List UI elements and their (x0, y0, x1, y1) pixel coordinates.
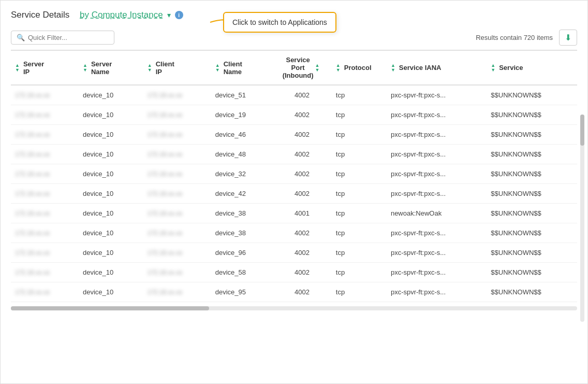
cell-service: $$UNKNOWN$$ (487, 164, 577, 184)
page-title-static: Service Details (11, 10, 69, 20)
cell-client_ip: 172.16.xx.xx (143, 85, 211, 105)
table-row: 172.16.xx.xxdevice_10172.16.xx.xxdevice_… (11, 223, 577, 243)
table-row: 172.16.xx.xxdevice_10172.16.xx.xxdevice_… (11, 125, 577, 145)
cell-service_iana: pxc-spvr-ft:pxc-s... (387, 263, 487, 282)
search-box[interactable]: 🔍 (11, 31, 114, 45)
cell-client_ip: 172.16.xx.xx (143, 105, 211, 125)
data-table: ▲▼ ServerIP ▲▼ ServerName ▲▼ Clien (11, 50, 577, 302)
sort-icon-protocol: ▲▼ (336, 63, 341, 73)
table-row: 172.16.xx.xxdevice_10172.16.xx.xxdevice_… (11, 145, 577, 164)
cell-protocol: tcp (332, 164, 387, 184)
cell-service_iana: pxc-spvr-ft:pxc-s... (387, 105, 487, 125)
cell-service_iana: pxc-spvr-ft:pxc-s... (387, 243, 487, 263)
vertical-scrollbar-thumb[interactable] (580, 115, 584, 146)
search-input[interactable] (28, 34, 109, 41)
cell-service: $$UNKNOWN$$ (487, 85, 577, 105)
cell-client_ip: 172.16.xx.xx (143, 282, 211, 302)
cell-service_iana: pxc-spvr-ft:pxc-s... (387, 223, 487, 243)
cell-port: 4002 (272, 223, 332, 243)
cell-protocol: tcp (332, 204, 387, 223)
cell-client_name: device_38 (211, 223, 273, 243)
horizontal-scrollbar-track[interactable] (11, 306, 577, 310)
col-header-server-ip[interactable]: ▲▼ ServerIP (11, 51, 79, 86)
page-container: Service Details by Compute Instance ▾ i … (0, 0, 588, 384)
cell-service: $$UNKNOWN$$ (487, 125, 577, 145)
cell-client_ip: 172.16.xx.xx (143, 263, 211, 282)
col-header-service-iana[interactable]: ▲▼ Service IANA (387, 51, 487, 86)
page-header: Service Details by Compute Instance ▾ i … (1, 1, 587, 25)
cell-client_name: device_51 (211, 85, 273, 105)
cell-client_ip: 172.16.xx.xx (143, 164, 211, 184)
cell-port: 4001 (272, 204, 332, 223)
col-header-client-ip[interactable]: ▲▼ ClientIP (143, 51, 211, 86)
cell-protocol: tcp (332, 282, 387, 302)
table-row: 172.16.xx.xxdevice_10172.16.xx.xxdevice_… (11, 204, 577, 223)
cell-port: 4002 (272, 164, 332, 184)
col-header-server-name[interactable]: ▲▼ ServerName (79, 51, 143, 86)
sort-icon-service-iana: ▲▼ (391, 63, 395, 73)
dropdown-icon[interactable]: ▾ (167, 11, 171, 19)
table-row: 172.16.xx.xxdevice_10172.16.xx.xxdevice_… (11, 184, 577, 204)
cell-client_name: device_46 (211, 125, 273, 145)
cell-client_name: device_38 (211, 204, 273, 223)
col-header-port[interactable]: ServicePort(Inbound) ▲▼ (272, 51, 332, 86)
cell-client_name: device_19 (211, 105, 273, 125)
col-header-protocol[interactable]: ▲▼ Protocol (332, 51, 387, 86)
info-icon[interactable]: i (175, 11, 183, 19)
cell-server_ip: 172.16.xx.xx (11, 105, 79, 125)
cell-port: 4002 (272, 145, 332, 164)
cell-server_ip: 172.16.xx.xx (11, 282, 79, 302)
cell-protocol: tcp (332, 223, 387, 243)
download-button[interactable]: ⬇ (559, 30, 577, 46)
cell-service: $$UNKNOWN$$ (487, 282, 577, 302)
cell-server_ip: 172.16.xx.xx (11, 125, 79, 145)
horizontal-scrollbar-thumb[interactable] (11, 306, 209, 310)
cell-port: 4002 (272, 263, 332, 282)
page-title-link[interactable]: by Compute Instance (80, 10, 163, 20)
col-header-service[interactable]: ▲▼ Service (487, 51, 577, 86)
cell-client_name: device_95 (211, 282, 273, 302)
table-header-row: ▲▼ ServerIP ▲▼ ServerName ▲▼ Clien (11, 51, 577, 86)
cell-server_ip: 172.16.xx.xx (11, 263, 79, 282)
cell-service: $$UNKNOWN$$ (487, 184, 577, 204)
cell-service_iana: pxc-spvr-ft:pxc-s... (387, 184, 487, 204)
table-body: 172.16.xx.xxdevice_10172.16.xx.xxdevice_… (11, 85, 577, 302)
cell-port: 4002 (272, 282, 332, 302)
cell-client_name: device_48 (211, 145, 273, 164)
cell-server_name: device_10 (79, 223, 143, 243)
cell-protocol: tcp (332, 243, 387, 263)
col-header-client-name[interactable]: ▲▼ ClientName (211, 51, 273, 86)
cell-server_name: device_10 (79, 184, 143, 204)
cell-protocol: tcp (332, 105, 387, 125)
cell-service: $$UNKNOWN$$ (487, 263, 577, 282)
cell-port: 4002 (272, 243, 332, 263)
cell-server_name: device_10 (79, 243, 143, 263)
sort-icon-server-name: ▲▼ (83, 63, 87, 73)
tooltip-text: Click to switch to Applications (232, 18, 327, 26)
cell-server_name: device_10 (79, 85, 143, 105)
cell-client_name: device_42 (211, 184, 273, 204)
cell-service_iana: pxc-spvr-ft:pxc-s... (387, 85, 487, 105)
cell-service_iana: pxc-spvr-ft:pxc-s... (387, 164, 487, 184)
sort-icon-client-ip: ▲▼ (148, 63, 152, 73)
sort-icon-service: ▲▼ (491, 63, 495, 73)
cell-service_iana: pxc-spvr-ft:pxc-s... (387, 145, 487, 164)
vertical-scrollbar-track[interactable] (580, 115, 584, 322)
cell-client_name: device_32 (211, 164, 273, 184)
cell-client_name: device_58 (211, 263, 273, 282)
cell-service: $$UNKNOWN$$ (487, 243, 577, 263)
cell-service: $$UNKNOWN$$ (487, 105, 577, 125)
cell-server_name: device_10 (79, 105, 143, 125)
cell-port: 4002 (272, 85, 332, 105)
cell-protocol: tcp (332, 263, 387, 282)
cell-port: 4002 (272, 125, 332, 145)
cell-server_name: device_10 (79, 125, 143, 145)
cell-server_ip: 172.16.xx.xx (11, 145, 79, 164)
cell-server_ip: 172.16.xx.xx (11, 184, 79, 204)
cell-client_ip: 172.16.xx.xx (143, 223, 211, 243)
cell-server_ip: 172.16.xx.xx (11, 223, 79, 243)
results-text: Results contain 720 items (476, 34, 553, 41)
cell-service_iana: newoak:NewOak (387, 204, 487, 223)
cell-client_name: device_96 (211, 243, 273, 263)
sort-icon-server-ip: ▲▼ (15, 63, 20, 73)
